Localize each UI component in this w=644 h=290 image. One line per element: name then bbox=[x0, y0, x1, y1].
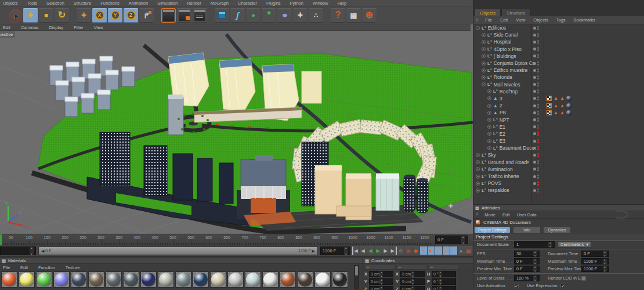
spinner-icon[interactable] bbox=[461, 236, 465, 244]
visibility-toggles[interactable] bbox=[533, 139, 539, 143]
object-row[interactable]: + L ▲ respaldos ▲ ▲ bbox=[473, 187, 644, 194]
object-row[interactable]: + L ▲ 2 ▲ ▲ bbox=[473, 102, 644, 109]
object-row[interactable]: + L ▲ Basement Deco ▲ ▲ bbox=[473, 144, 644, 151]
null-object-icon[interactable]: L bbox=[487, 32, 492, 38]
layer-dot-icon[interactable] bbox=[533, 76, 536, 79]
size-field[interactable]: 0 cm bbox=[400, 286, 425, 290]
material-dark-brown[interactable] bbox=[297, 271, 313, 288]
render-visibility-dot[interactable] bbox=[537, 113, 539, 115]
object-label[interactable]: Rotonda bbox=[494, 74, 512, 80]
object-label[interactable]: E3 bbox=[500, 138, 505, 144]
visibility-toggles[interactable] bbox=[533, 26, 539, 30]
menu-item[interactable]: Structure bbox=[69, 1, 96, 6]
layer-dot-icon[interactable] bbox=[533, 83, 536, 86]
coordinates-dropdown[interactable]: – bbox=[364, 264, 395, 270]
play-backwards-button[interactable]: ◀ bbox=[367, 246, 374, 255]
command-manager-help[interactable]: ▦ bbox=[346, 8, 361, 23]
size-field[interactable]: 0 cm bbox=[400, 278, 425, 285]
material-yellow-glow[interactable] bbox=[19, 271, 35, 288]
menu-item[interactable]: Plugins bbox=[262, 1, 285, 6]
layer-dot-icon[interactable] bbox=[533, 90, 536, 93]
editor-visibility-dot[interactable] bbox=[537, 111, 539, 113]
expander-icon[interactable]: + bbox=[482, 61, 486, 66]
render-picture-viewer-button[interactable] bbox=[177, 8, 191, 23]
visibility-toggles[interactable] bbox=[533, 75, 539, 79]
menu-item[interactable]: Functions bbox=[96, 1, 124, 6]
position-field[interactable]: 0 cm bbox=[369, 278, 393, 285]
object-row[interactable]: + L ▲ POVS ▲ ▲ bbox=[473, 180, 644, 187]
layer-dot-icon[interactable] bbox=[533, 125, 536, 128]
object-row[interactable]: + L ▲ Trafico inherte ▲ ▲ bbox=[473, 173, 644, 180]
null-object-icon[interactable]: L bbox=[482, 153, 486, 158]
editor-visibility-dot[interactable] bbox=[537, 33, 539, 35]
visibility-toggles[interactable] bbox=[533, 188, 539, 193]
visibility-toggles[interactable] bbox=[533, 47, 539, 51]
object-label[interactable]: NPT bbox=[500, 117, 509, 123]
coordinates-dropdown[interactable]: – bbox=[428, 264, 459, 270]
tab-objects[interactable]: Objects bbox=[475, 9, 501, 16]
editor-visibility-dot[interactable] bbox=[537, 89, 539, 91]
layer-dot-icon[interactable] bbox=[533, 189, 536, 192]
visibility-toggles[interactable] bbox=[533, 146, 539, 150]
editor-visibility-dot[interactable] bbox=[537, 104, 539, 106]
layer-dot-icon[interactable] bbox=[533, 104, 536, 107]
object-row[interactable]: + L ▲ E2 ▲ ▲ bbox=[473, 130, 644, 137]
render-visibility-dot[interactable] bbox=[537, 49, 539, 51]
object-label[interactable]: Iluminacion bbox=[488, 166, 513, 172]
preview-max-time-field[interactable]: 1200 F bbox=[581, 266, 609, 272]
object-manager-menu-item[interactable]: Bookmarks bbox=[570, 17, 600, 23]
render-visibility-dot[interactable] bbox=[537, 42, 539, 44]
object-row[interactable]: + L ▲ Hospital ▲ ▲ bbox=[473, 38, 644, 45]
expander-icon[interactable]: + bbox=[482, 54, 486, 58]
viewport-menu-item[interactable]: Filter bbox=[68, 25, 89, 30]
layer-dot-icon[interactable] bbox=[533, 161, 536, 164]
viewport-menu-item[interactable]: Display bbox=[44, 25, 68, 30]
rotation-field[interactable]: 0 ° bbox=[432, 286, 456, 290]
layer-dot-icon[interactable] bbox=[533, 118, 536, 121]
rotation-field[interactable]: 0 ° bbox=[432, 278, 456, 285]
spinner-icon[interactable] bbox=[30, 247, 34, 255]
phong-tag-icon[interactable]: ▲ bbox=[553, 96, 558, 101]
null-object-icon[interactable]: L bbox=[493, 117, 498, 122]
coordinate-system[interactable]: ↱ bbox=[139, 8, 154, 23]
material-white[interactable] bbox=[314, 271, 331, 288]
object-label[interactable]: 3 bbox=[500, 96, 502, 102]
material-brown[interactable] bbox=[88, 271, 104, 288]
object-label[interactable]: 2 bbox=[500, 103, 502, 108]
object-label[interactable]: Edifico muestra bbox=[494, 67, 528, 73]
goto-start-button[interactable]: ◀ bbox=[352, 246, 359, 255]
online-help-globe[interactable]: ⊕ bbox=[362, 8, 377, 23]
material-light-gray[interactable] bbox=[227, 271, 244, 288]
material-menu-item[interactable]: File bbox=[0, 265, 15, 270]
expander-icon[interactable]: + bbox=[487, 104, 491, 108]
layer-dot-icon[interactable] bbox=[533, 111, 536, 114]
selection-tag-icon[interactable]: ▲ bbox=[560, 103, 565, 108]
visibility-toggles[interactable] bbox=[533, 175, 539, 179]
texture-tag-icon[interactable] bbox=[566, 110, 571, 115]
tab-structure[interactable]: Structure bbox=[501, 9, 530, 16]
timeline-ruler[interactable]: 5010015020025030035040045050055060065070… bbox=[0, 234, 432, 246]
goto-end-button[interactable]: ▶ bbox=[390, 246, 397, 255]
perspective-viewport[interactable]: EditCamerasDisplayFilterView Perspective bbox=[0, 24, 473, 234]
play-forwards-button[interactable]: ▶ bbox=[375, 246, 382, 255]
visibility-toggles[interactable] bbox=[533, 33, 539, 37]
render-visibility-dot[interactable] bbox=[537, 155, 539, 157]
material-green-glow[interactable] bbox=[36, 271, 52, 288]
visibility-toggles[interactable] bbox=[533, 111, 539, 115]
scrollbar-thumb[interactable] bbox=[355, 266, 358, 276]
unit-dropdown[interactable]: Centimeters▾ bbox=[558, 241, 591, 248]
render-visibility-dot[interactable] bbox=[537, 184, 539, 186]
attr-tab-project-settings[interactable]: Project Settings bbox=[475, 227, 510, 233]
render-visibility-dot[interactable] bbox=[537, 169, 539, 171]
visibility-toggles[interactable] bbox=[533, 167, 539, 171]
object-label[interactable]: 4Dpto x Piso bbox=[494, 46, 522, 52]
render-visibility-dot[interactable] bbox=[537, 64, 539, 66]
null-object-icon[interactable]: L bbox=[482, 166, 486, 172]
render-visibility-dot[interactable] bbox=[537, 28, 539, 30]
key-position-toggle[interactable]: + bbox=[420, 246, 427, 255]
preview-range-slider[interactable]: ◀ 0 F. 1200 F ▶ bbox=[38, 246, 318, 255]
phong-tag-icon[interactable]: ▲ bbox=[553, 110, 558, 115]
render-visibility-dot[interactable] bbox=[537, 71, 539, 72]
render-visibility-dot[interactable] bbox=[537, 106, 539, 108]
render-view-button[interactable] bbox=[161, 8, 176, 23]
